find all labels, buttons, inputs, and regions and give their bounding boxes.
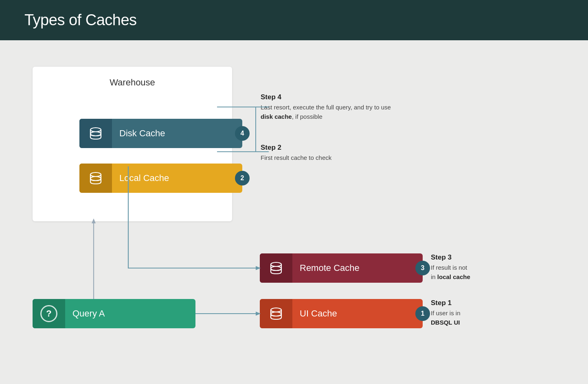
svg-point-3 (90, 177, 101, 181)
local-cache-db-icon (88, 170, 103, 186)
ui-cache-db-icon (268, 306, 284, 321)
svg-point-7 (271, 312, 281, 316)
disk-cache-item: Disk Cache 4 (79, 119, 242, 148)
svg-point-4 (271, 262, 281, 266)
remote-cache-item: Remote Cache 3 (260, 253, 423, 283)
step1-title: Step 1 (431, 299, 520, 307)
step1-body: If user is inDBSQL UI (431, 309, 520, 327)
step1-bold: DBSQL UI (431, 319, 460, 326)
ui-cache-badge: 1 (415, 306, 430, 321)
step3-bold: local cache (437, 273, 470, 280)
step3-text: Step 3 If result is notin local cache (431, 253, 529, 281)
disk-cache-wrapper: Disk Cache 4 (79, 119, 242, 148)
svg-point-5 (271, 266, 281, 271)
disk-cache-icon-box (79, 119, 112, 148)
step4-body: Last resort, execute the full query, and… (261, 103, 399, 121)
local-cache-item: Local Cache 2 (79, 164, 242, 193)
ui-cache-icon-box (260, 299, 292, 328)
step4-title: Step 4 (261, 93, 399, 101)
remote-cache-wrapper: Remote Cache 3 (260, 253, 423, 283)
query-a-item: ? Query A (33, 299, 195, 328)
remote-cache-db-icon (268, 260, 284, 276)
ui-cache-label: UI Cache (292, 308, 423, 319)
ui-cache-wrapper: UI Cache 1 (260, 299, 423, 328)
question-mark-icon: ? (40, 305, 57, 322)
local-cache-wrapper: Local Cache 2 (79, 164, 242, 193)
query-a-label: Query A (65, 308, 195, 319)
query-a-icon-box: ? (33, 299, 65, 328)
svg-point-0 (90, 128, 101, 132)
disk-cache-label: Disk Cache (112, 128, 242, 139)
step2-title: Step 2 (261, 144, 383, 152)
warehouse-label: Warehouse (33, 67, 232, 88)
disk-cache-db-icon (88, 126, 103, 141)
page-header: Types of Caches (0, 0, 588, 40)
remote-cache-icon-box (260, 253, 292, 283)
step4-body-prefix: Last resort, execute the full query, and… (261, 104, 391, 111)
step3-body: If result is notin local cache (431, 263, 529, 281)
ui-cache-item: UI Cache 1 (260, 299, 423, 328)
local-cache-icon-box (79, 164, 112, 193)
remote-cache-badge: 3 (415, 261, 430, 275)
step4-bold: disk cache (261, 113, 292, 120)
svg-point-6 (271, 308, 281, 312)
step4-suffix: , if possible (292, 113, 323, 120)
remote-cache-label: Remote Cache (292, 263, 423, 273)
step2-body: First result cache to check (261, 153, 383, 163)
step2-text: Step 2 First result cache to check (261, 144, 383, 163)
step4-text: Step 4 Last resort, execute the full que… (261, 93, 399, 121)
svg-point-1 (90, 132, 101, 136)
query-a-wrapper: ? Query A (33, 299, 195, 328)
disk-cache-badge: 4 (235, 126, 250, 141)
page-title: Types of Caches (24, 11, 564, 29)
warehouse-box: Warehouse Disk Cache 4 (33, 67, 232, 221)
step3-title: Step 3 (431, 253, 529, 262)
local-cache-label: Local Cache (112, 173, 242, 183)
svg-point-2 (90, 172, 101, 177)
local-cache-badge: 2 (235, 171, 250, 185)
step1-text: Step 1 If user is inDBSQL UI (431, 299, 520, 327)
main-content: Warehouse Disk Cache 4 (0, 40, 588, 384)
